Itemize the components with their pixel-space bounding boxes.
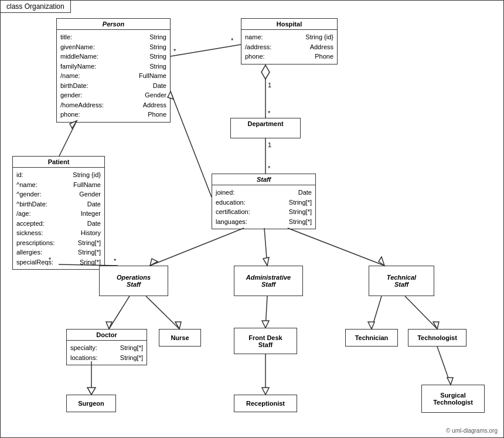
svg-line-29	[372, 296, 382, 329]
svg-line-23	[109, 296, 130, 329]
receptionist-header: Receptionist	[234, 398, 297, 409]
department-class: Department	[230, 118, 301, 138]
svg-line-37	[437, 347, 451, 385]
svg-line-21	[288, 228, 384, 266]
nurse-class: Nurse	[159, 329, 201, 347]
operations-staff-header: OperationsStaff	[100, 272, 168, 290]
svg-line-27	[265, 296, 267, 328]
front-desk-staff-header: Front DeskStaff	[234, 332, 297, 350]
staff-header: Staff	[212, 174, 315, 185]
svg-marker-38	[447, 378, 453, 385]
hospital-class: Hospital name:String {id} /address:Addre…	[241, 18, 338, 64]
svg-marker-28	[262, 321, 269, 328]
svg-line-19	[264, 228, 267, 266]
technician-header: Technician	[346, 332, 397, 343]
svg-line-17	[150, 228, 244, 266]
svg-line-25	[146, 296, 179, 329]
svg-marker-36	[262, 388, 269, 395]
svg-line-31	[405, 296, 437, 329]
technologist-header: Technologist	[408, 332, 466, 343]
svg-marker-20	[263, 257, 269, 266]
svg-line-12	[171, 91, 212, 197]
surgeon-header: Surgeon	[67, 398, 115, 409]
technician-class: Technician	[345, 329, 398, 347]
hospital-body: name:String {id} /address:Address phone:…	[241, 30, 337, 64]
svg-text:*: *	[173, 47, 176, 55]
surgical-technologist-header: SurgicalTechnologist	[422, 390, 484, 408]
operations-staff-class: OperationsStaff	[99, 266, 168, 296]
diagram-container: class Organization Person title:String g…	[0, 0, 504, 438]
nurse-header: Nurse	[159, 332, 200, 343]
hospital-header: Hospital	[241, 19, 337, 30]
person-header: Person	[57, 19, 170, 30]
copyright: © uml-diagrams.org	[446, 427, 498, 434]
svg-text:*: *	[268, 165, 271, 172]
svg-marker-24	[106, 322, 112, 329]
doctor-header: Doctor	[67, 330, 147, 341]
doctor-body: specialty:String[*] locations:String[*]	[67, 341, 147, 365]
staff-body: joined:Date education:String[*] certific…	[212, 185, 315, 229]
svg-text:*: *	[114, 257, 117, 264]
svg-text:*: *	[231, 37, 234, 44]
receptionist-class: Receptionist	[234, 395, 297, 412]
svg-marker-22	[379, 257, 384, 266]
diagram-title: class Organization	[1, 1, 71, 13]
svg-marker-34	[87, 388, 96, 395]
patient-body: id:String {id} ^name:FullName ^gender:Ge…	[13, 168, 104, 269]
surgical-technologist-class: SurgicalTechnologist	[421, 385, 485, 413]
administrative-staff-header: AdministrativeStaff	[234, 272, 302, 290]
department-header: Department	[231, 118, 300, 129]
technologist-class: Technologist	[408, 329, 466, 347]
patient-class: Patient id:String {id} ^name:FullName ^g…	[12, 156, 105, 270]
staff-class: Staff joined:Date education:String[*] ce…	[212, 174, 316, 229]
svg-text:1: 1	[268, 82, 271, 89]
svg-marker-30	[368, 322, 374, 329]
doctor-class: Doctor specialty:String[*] locations:Str…	[66, 329, 147, 365]
administrative-staff-class: AdministrativeStaff	[234, 266, 303, 296]
patient-header: Patient	[13, 157, 104, 168]
svg-text:*: *	[268, 110, 271, 117]
technical-staff-class: TechnicalStaff	[369, 266, 434, 296]
surgeon-class: Surgeon	[66, 395, 116, 412]
svg-text:1: 1	[268, 141, 271, 148]
technical-staff-header: TechnicalStaff	[369, 272, 434, 290]
front-desk-staff-class: Front DeskStaff	[234, 328, 297, 354]
svg-marker-18	[150, 259, 158, 266]
svg-line-0	[171, 45, 241, 56]
person-body: title:String givenName:String middleName…	[57, 30, 170, 122]
svg-marker-32	[433, 322, 439, 329]
person-class: Person title:String givenName:String mid…	[56, 18, 171, 123]
svg-marker-4	[261, 65, 270, 79]
svg-line-10	[59, 121, 77, 156]
svg-marker-26	[175, 322, 181, 329]
